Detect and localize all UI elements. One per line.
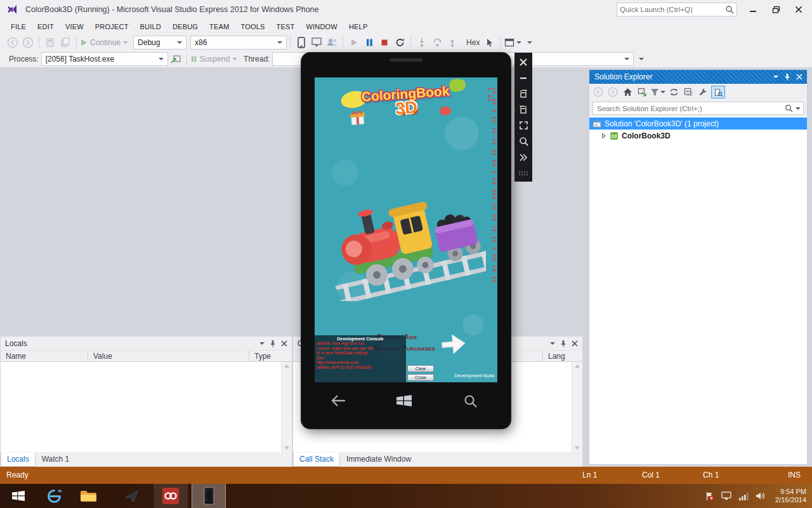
window-position-caret[interactable] [773, 76, 778, 78]
toolbar-overflow-button[interactable] [639, 58, 644, 60]
solution-explorer-search-input[interactable] [597, 105, 782, 112]
emulator-drag-grip[interactable] [514, 165, 532, 181]
se-sync-button[interactable] [667, 84, 680, 100]
window-layout-caret[interactable] [516, 41, 521, 44]
start-debug-button[interactable] [346, 35, 362, 50]
phone-search-button[interactable] [464, 394, 478, 411]
close-button[interactable] [789, 0, 808, 19]
close-icon[interactable] [281, 340, 287, 347]
save-all-button[interactable] [58, 35, 73, 50]
menu-build[interactable]: BUILD [134, 20, 167, 33]
volume-icon[interactable] [756, 491, 766, 500]
stop-debug-button[interactable] [377, 35, 392, 50]
suspend-caret[interactable] [232, 58, 237, 60]
configuration-combobox[interactable]: Debug [133, 36, 187, 50]
hex-toggle-button[interactable]: Hex [466, 38, 480, 47]
pin-icon[interactable] [784, 73, 790, 81]
emulator-close-button[interactable] [514, 54, 532, 70]
se-filter-button[interactable] [650, 84, 665, 100]
emulator-zoom-button[interactable] [514, 133, 532, 149]
column-header-lang[interactable]: Lang [543, 351, 572, 361]
column-header-name[interactable]: Name [1, 351, 88, 361]
inspect-button[interactable] [482, 35, 497, 50]
menu-file[interactable]: FILE [5, 20, 32, 33]
suspend-label[interactable]: Suspend [200, 55, 230, 64]
next-arrow-button[interactable] [439, 329, 468, 361]
navigate-back-button[interactable] [5, 35, 20, 50]
vertical-scrollbar[interactable] [572, 362, 582, 452]
break-all-button[interactable] [362, 35, 377, 50]
console-close-button[interactable]: Close [407, 374, 434, 381]
tab-call-stack[interactable]: Call Stack [293, 453, 340, 467]
continue-dropdown-caret[interactable] [123, 41, 128, 44]
vertical-scrollbar[interactable] [281, 362, 292, 452]
window-position-caret[interactable] [550, 342, 555, 345]
pin-icon[interactable] [560, 340, 566, 347]
tab-immediate-window[interactable]: Immediate Window [341, 453, 417, 467]
menu-project[interactable]: PROJECT [89, 20, 134, 33]
restart-button[interactable] [392, 35, 407, 50]
start-button[interactable] [0, 484, 37, 508]
emulator-taskbar-button[interactable] [192, 484, 226, 508]
close-icon[interactable] [796, 74, 802, 80]
continue-label[interactable]: Continue [90, 38, 121, 47]
device-target-button[interactable] [294, 35, 309, 50]
se-preview-toggle-button[interactable] [711, 86, 725, 98]
se-home-button[interactable] [621, 84, 634, 100]
expander-icon[interactable] [601, 133, 606, 139]
team-button[interactable] [324, 35, 339, 50]
menu-test[interactable]: TEST [271, 20, 301, 33]
locals-grid[interactable] [1, 362, 292, 452]
menu-help[interactable]: HELP [343, 20, 374, 33]
action-center-flag-icon[interactable] [705, 491, 714, 501]
search-options-caret[interactable] [796, 107, 801, 110]
navigate-forward-button[interactable] [20, 35, 36, 50]
taskbar-clock[interactable]: 9:54 PM 2/16/2014 [775, 488, 806, 504]
phone-start-button[interactable] [395, 394, 413, 410]
tab-locals[interactable]: Locals [1, 453, 36, 467]
menu-edit[interactable]: EDIT [32, 20, 60, 33]
process-combobox[interactable]: [2056] TaskHost.exe [41, 52, 168, 66]
step-out-button[interactable] [445, 35, 460, 50]
emulator-expand-button[interactable] [514, 149, 532, 165]
scroll-up-arrow[interactable] [575, 364, 580, 368]
locals-panel-header[interactable]: Locals [1, 337, 292, 350]
search-icon[interactable] [785, 104, 793, 112]
menu-view[interactable]: VIEW [60, 20, 89, 33]
quick-launch-box[interactable] [617, 3, 737, 17]
se-collapse-all-button[interactable] [682, 84, 695, 100]
menu-tools[interactable]: TOOLS [235, 20, 270, 33]
visual-studio-taskbar-button[interactable] [154, 484, 188, 508]
dark-app-button[interactable] [114, 484, 148, 508]
window-layout-button[interactable] [504, 35, 514, 50]
toolbar-overflow-button[interactable] [527, 41, 532, 44]
solution-explorer-search-box[interactable] [593, 102, 804, 115]
window-position-caret[interactable] [259, 342, 265, 345]
restore-button[interactable] [766, 0, 785, 19]
suspend-button[interactable] [190, 51, 197, 67]
continue-button[interactable] [80, 35, 88, 50]
network-icon[interactable] [738, 492, 749, 500]
se-forward-button[interactable] [606, 84, 619, 100]
menu-window[interactable]: WINDOW [300, 20, 343, 33]
platform-combobox[interactable]: x86 [190, 36, 287, 50]
file-explorer-button[interactable] [71, 484, 105, 508]
close-icon[interactable] [572, 340, 578, 347]
scroll-down-arrow[interactable] [284, 446, 289, 450]
menu-debug[interactable]: DEBUG [167, 20, 204, 33]
emulator-fit-to-screen-button[interactable] [514, 117, 532, 133]
tab-watch-1[interactable]: Watch 1 [36, 453, 75, 467]
minimize-button[interactable] [743, 0, 763, 19]
menu-team[interactable]: TEAM [204, 20, 235, 33]
emulator-rotate-right-button[interactable] [514, 102, 532, 117]
monitor-tray-icon[interactable] [721, 491, 731, 500]
console-clear-button[interactable]: Clear [407, 365, 434, 372]
se-back-button[interactable] [592, 84, 605, 100]
tree-node-solution[interactable]: Solution 'ColorBook3D' (1 project) [589, 117, 807, 130]
save-button[interactable] [43, 35, 58, 50]
quick-launch-input[interactable] [620, 6, 725, 13]
column-header-value[interactable]: Value [88, 351, 249, 361]
attach-to-process-button[interactable] [168, 51, 183, 67]
internet-explorer-button[interactable] [37, 484, 71, 508]
emulator-minimize-button[interactable] [514, 70, 532, 86]
